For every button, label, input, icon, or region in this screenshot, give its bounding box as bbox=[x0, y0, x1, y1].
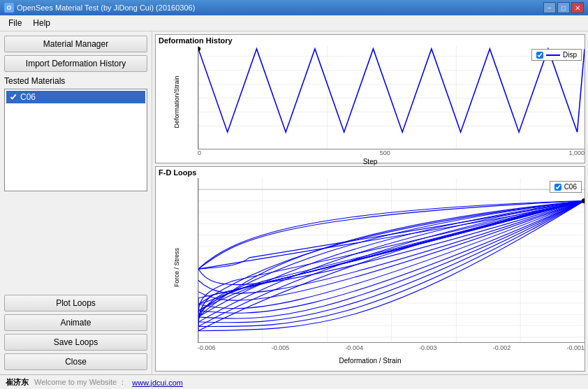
fd-y-label: Force / Stress bbox=[173, 248, 180, 287]
close-window-button[interactable]: ✕ bbox=[571, 2, 584, 13]
deformation-legend: Disp bbox=[531, 49, 582, 61]
fd-legend: C06 bbox=[550, 181, 582, 193]
app-icon: O bbox=[4, 3, 14, 13]
deformation-history-chart: Deformation History Deformation/Strain bbox=[155, 34, 585, 163]
fd-x-tick-4: -0.002 bbox=[493, 344, 511, 351]
fd-x-tick-3: -0.003 bbox=[419, 344, 437, 351]
x-tick-1000: 1,000 bbox=[568, 149, 585, 156]
fd-loops-svg: 2 0 -2 -4 -6 -8 -10 -12 -14 -16 -18 -20 … bbox=[198, 178, 585, 343]
window-title: OpenSees Material Test (by JiDong Cui) (… bbox=[17, 3, 543, 12]
svg-point-17 bbox=[198, 47, 200, 51]
status-website[interactable]: www.jdcui.com bbox=[132, 379, 183, 387]
status-separator: Welcome to my Website ： bbox=[34, 377, 126, 388]
material-name: C06 bbox=[20, 92, 36, 102]
tested-materials-label: Tested Materials bbox=[4, 76, 147, 86]
fd-x-label: Deformation / Strain bbox=[156, 357, 585, 366]
fd-x-tick-2: -0.004 bbox=[345, 344, 363, 351]
file-menu[interactable]: File bbox=[3, 17, 27, 29]
animate-button[interactable]: Animate bbox=[4, 314, 147, 331]
material-manager-button[interactable]: Material Manager bbox=[4, 36, 147, 52]
materials-list[interactable]: C06 bbox=[4, 89, 147, 191]
maximize-button[interactable]: □ bbox=[557, 2, 570, 13]
main-content: Material Manager Import Deformation Hist… bbox=[0, 31, 588, 374]
deformation-y-label: Deformation/Strain bbox=[173, 75, 180, 128]
deformation-history-title: Deformation History bbox=[156, 35, 585, 46]
material-item[interactable]: C06 bbox=[6, 91, 145, 103]
left-panel: Material Manager Import Deformation Hist… bbox=[0, 31, 152, 374]
minimize-button[interactable]: − bbox=[543, 2, 556, 13]
right-panel: Deformation History Deformation/Strain bbox=[152, 31, 588, 374]
legend-checkbox-disp[interactable] bbox=[536, 52, 543, 59]
import-deformation-button[interactable]: Import Deformation History bbox=[4, 55, 147, 72]
fd-x-tick-1: -0.005 bbox=[272, 344, 290, 351]
status-bar: 崔济东 Welcome to my Website ： www.jdcui.co… bbox=[0, 374, 588, 389]
plot-loops-button[interactable]: Plot Loops bbox=[4, 295, 147, 311]
window-controls: − □ ✕ bbox=[543, 2, 584, 13]
menu-bar: File Help bbox=[0, 15, 588, 31]
title-bar: O OpenSees Material Test (by JiDong Cui)… bbox=[0, 0, 588, 15]
deformation-history-svg: 0 -0.001 -0.002 -0.003 -0.004 -0.005 -0.… bbox=[198, 46, 585, 149]
help-menu[interactable]: Help bbox=[27, 17, 56, 29]
legend-label-disp: Disp bbox=[563, 51, 577, 59]
material-checkbox[interactable] bbox=[9, 93, 17, 101]
fd-x-tick-5: -0.001 bbox=[566, 344, 585, 351]
close-button[interactable]: Close bbox=[4, 353, 147, 370]
status-name: 崔济东 bbox=[6, 377, 29, 388]
legend-checkbox-c06[interactable] bbox=[554, 184, 561, 191]
fd-loops-title: F-D Loops bbox=[156, 167, 585, 178]
legend-label-c06: C06 bbox=[564, 183, 577, 191]
fd-loops-chart: F-D Loops Force / Stress bbox=[155, 166, 585, 372]
fd-x-tick-0: -0.006 bbox=[198, 344, 216, 351]
save-loops-button[interactable]: Save Loops bbox=[4, 334, 147, 351]
x-tick-500: 500 bbox=[380, 149, 390, 156]
x-tick-0: 0 bbox=[198, 149, 201, 156]
